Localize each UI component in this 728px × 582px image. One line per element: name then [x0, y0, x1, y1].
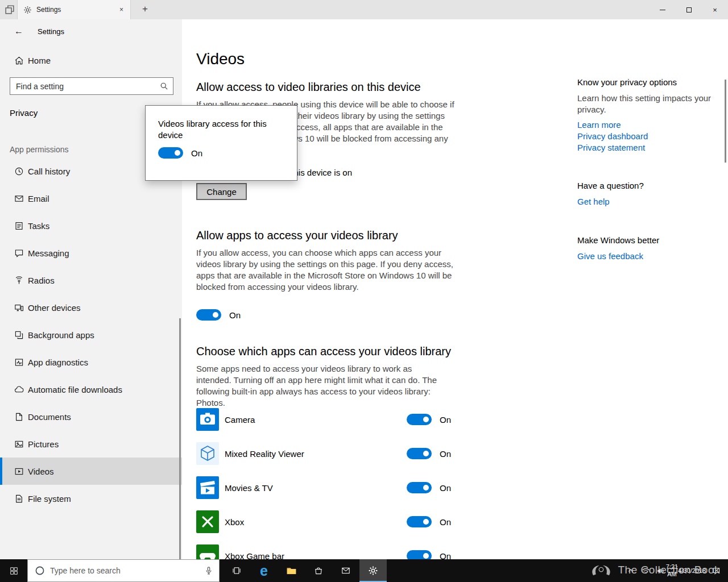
app-row-mixed-reality-viewer: Mixed Reality Viewer On: [196, 436, 469, 471]
sidebar-category-title: Privacy: [10, 108, 38, 118]
give-feedback-link[interactable]: Give us feedback: [577, 251, 643, 261]
sidebar-item-other-devices[interactable]: Other devices: [0, 294, 182, 321]
sidebar-item-background-apps[interactable]: Background apps: [0, 321, 182, 348]
app-diagnostics-icon: [14, 357, 24, 367]
learn-more-link[interactable]: Learn more: [577, 119, 648, 131]
sidebar-group-title: App permissions: [10, 145, 69, 154]
main-scrollbar[interactable]: [725, 80, 726, 163]
flyout-toggle-label: On: [191, 148, 202, 158]
app-name: Movies & TV: [225, 483, 273, 493]
app-header: ← Settings: [14, 26, 64, 36]
taskbar-search-input[interactable]: [50, 566, 204, 575]
settings-taskbar-button[interactable]: [359, 559, 387, 582]
apps-access-toggle[interactable]: [196, 309, 221, 321]
watermark: The Collection Book: [589, 563, 720, 577]
sidebar-item-automatic-file-downloads[interactable]: Automatic file downloads: [0, 376, 182, 403]
background-apps-icon: [14, 330, 24, 340]
microphone-icon: [204, 566, 213, 575]
cortana-icon: [35, 566, 45, 576]
tab-close-icon[interactable]: ×: [118, 6, 125, 14]
sidebar-item-videos[interactable]: Videos: [0, 458, 182, 485]
store-button[interactable]: [305, 559, 332, 582]
file-explorer-button[interactable]: [278, 559, 305, 582]
sidebar-item-label: Other devices: [28, 303, 81, 313]
watermark-text: The Collection Book: [618, 564, 720, 576]
mixed-reality-viewer-toggle-label: On: [440, 449, 451, 459]
sidebar-item-label: Radios: [28, 276, 55, 285]
videos-library-access-toggle[interactable]: [158, 147, 183, 159]
file-explorer-icon: [286, 566, 297, 576]
movies-tv-toggle[interactable]: [407, 482, 432, 493]
start-button[interactable]: [0, 559, 27, 582]
app-name: Xbox: [225, 517, 244, 527]
access-section-heading: Allow access to video libraries on this …: [196, 81, 421, 94]
flyout-toggle-row: On: [158, 147, 202, 159]
app-name: Mixed Reality Viewer: [225, 449, 304, 459]
mixed-reality-viewer-toggle[interactable]: [407, 448, 432, 459]
sidebar-nav: Call history Email Tasks Messaging Radio…: [0, 157, 182, 512]
app-row-xbox: Xbox On: [196, 505, 469, 539]
close-icon: ×: [713, 6, 717, 14]
sidebar-item-label: Documents: [28, 412, 71, 422]
app-permission-list: Camera On Mixed Reality Viewer On: [196, 402, 469, 573]
home-label: Home: [28, 56, 51, 65]
camera-toggle-label: On: [440, 415, 451, 425]
xbox-toggle[interactable]: [407, 516, 432, 527]
sidebar-item-tasks[interactable]: Tasks: [0, 212, 182, 239]
sidebar-item-radios[interactable]: Radios: [0, 267, 182, 294]
back-button[interactable]: ←: [14, 26, 23, 36]
tab-settings[interactable]: Settings ×: [17, 0, 131, 19]
privacy-dashboard-link[interactable]: Privacy dashboard: [577, 131, 648, 142]
settings-gear-icon: [23, 6, 32, 14]
change-button[interactable]: Change: [196, 183, 247, 200]
new-tab-button[interactable]: +: [136, 0, 154, 19]
sidebar-item-label: Videos: [28, 467, 54, 476]
apps-access-heading: Allow apps to access your videos library: [196, 229, 398, 242]
previous-tabs-icon[interactable]: [4, 4, 15, 15]
taskbar-search[interactable]: [27, 559, 220, 582]
sidebar-item-messaging[interactable]: Messaging: [0, 239, 182, 267]
tasks-icon: [14, 221, 24, 231]
apps-access-toggle-row: On: [196, 309, 241, 321]
settings-search-input[interactable]: [10, 78, 173, 94]
sidebar-item-home[interactable]: Home: [0, 49, 182, 72]
app-name: Camera: [225, 415, 255, 425]
privacy-statement-link[interactable]: Privacy statement: [577, 142, 648, 153]
task-view-icon: [232, 566, 241, 575]
sidebar-item-file-system[interactable]: File system: [0, 485, 182, 512]
mail-button[interactable]: [332, 559, 359, 582]
movies-tv-app-icon: [196, 476, 219, 499]
email-icon: [14, 194, 24, 203]
get-help-link[interactable]: Get help: [577, 197, 610, 206]
edge-icon: e: [260, 564, 268, 578]
flyout-label: Videos library access for this device: [158, 118, 280, 141]
question-title: Have a question?: [577, 181, 644, 190]
search-icon: [160, 82, 168, 90]
sidebar-item-label: Automatic file downloads: [28, 385, 122, 394]
maximize-button[interactable]: [676, 0, 702, 19]
choose-apps-heading: Choose which apps can access your videos…: [196, 345, 451, 358]
minimize-button[interactable]: [650, 0, 676, 19]
file-system-icon: [14, 494, 24, 504]
movies-tv-toggle-row: On: [407, 482, 451, 493]
edge-button[interactable]: e: [250, 559, 278, 582]
task-view-button[interactable]: [223, 559, 250, 582]
sidebar-item-app-diagnostics[interactable]: App diagnostics: [0, 348, 182, 376]
choose-apps-body: Some apps need to access your videos lib…: [196, 363, 444, 409]
cloud-download-icon: [14, 385, 24, 394]
camera-toggle[interactable]: [407, 414, 432, 425]
call-history-icon: [14, 167, 24, 176]
app-row-movies-tv: Movies & TV On: [196, 471, 469, 505]
sidebar: ← Settings Home Privacy App permissions …: [0, 19, 182, 559]
sidebar-item-pictures[interactable]: Pictures: [0, 430, 182, 458]
sidebar-item-label: Messaging: [28, 248, 69, 258]
pictures-icon: [14, 439, 24, 449]
close-button[interactable]: ×: [702, 0, 728, 19]
messaging-icon: [14, 248, 24, 258]
mixed-reality-viewer-toggle-row: On: [407, 448, 451, 459]
sidebar-scrollbar[interactable]: [179, 318, 181, 559]
sidebar-item-documents[interactable]: Documents: [0, 403, 182, 430]
apps-access-toggle-label: On: [229, 310, 241, 320]
settings-gear-icon: [368, 566, 378, 576]
sidebar-item-email[interactable]: Email: [0, 185, 182, 212]
